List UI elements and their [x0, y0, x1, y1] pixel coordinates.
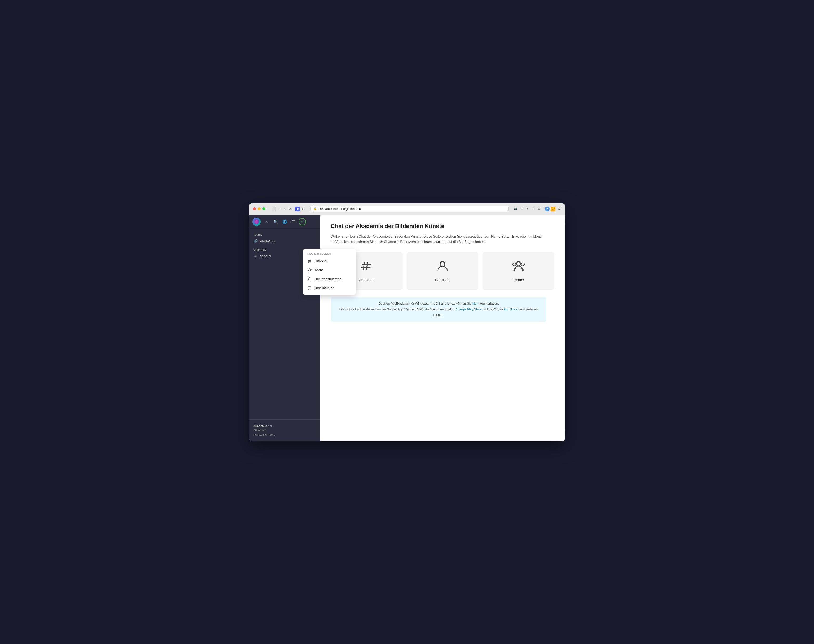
- close-button[interactable]: [253, 207, 256, 210]
- description-line2: Im Verzeichnisse können Sie nach Channel…: [331, 240, 486, 244]
- team-group-icon: [307, 268, 312, 273]
- lock-icon: 🔒: [313, 207, 317, 210]
- svg-point-13: [310, 269, 311, 270]
- info-banner: Desktop Applikationen für Windows, macOS…: [331, 297, 546, 322]
- extension-discord-icon: ◉: [295, 207, 300, 211]
- extension-clock-icon: ⏱: [301, 207, 306, 211]
- download-icon: ⬇: [525, 207, 530, 211]
- channel-hash-icon: #: [253, 254, 258, 258]
- sort-nav-icon[interactable]: ☰: [290, 218, 297, 225]
- sidebar-header: 🟣 ⌂ 🔍 🌐 ☰ ✏: [249, 215, 320, 229]
- minimize-button[interactable]: [258, 207, 261, 210]
- teams-card[interactable]: Teams: [483, 252, 554, 290]
- teams-section-label: Teams: [249, 232, 320, 238]
- sidebar: 🟣 ⌂ 🔍 🌐 ☰ ✏ Teams 🔗 Projekt XY: [249, 215, 320, 441]
- dropdown-channel-label: Channel: [315, 259, 327, 263]
- dropdown-item-dm[interactable]: Direktnachrichten: [303, 274, 356, 284]
- traffic-lights: [253, 207, 265, 210]
- benutzer-card[interactable]: Benutzer: [407, 252, 478, 290]
- svg-point-6: [521, 263, 524, 266]
- address-bar-container: 🔒: [310, 206, 509, 212]
- browser-controls: ⬜ ‹ › ⌂: [270, 206, 293, 212]
- browser-titlebar: ⬜ ‹ › ⌂ ◉ ⏱ 🔒 📷 ↻ ⬇ ＋ ⧉ ✦ 🔑 🛡: [249, 203, 565, 215]
- rocket-chat-icon: ✦: [545, 207, 550, 211]
- dropdown-item-channel[interactable]: Channel: [303, 257, 356, 266]
- benutzer-card-label: Benutzer: [435, 278, 450, 282]
- page-description: Willkommen beim Chat der Akademie der Bi…: [331, 234, 546, 245]
- svg-point-14: [308, 269, 309, 270]
- dropdown-discussion-label: Unterhaltung: [315, 286, 334, 290]
- channels-card-label: Channels: [359, 278, 374, 282]
- back-button[interactable]: ‹: [278, 206, 282, 212]
- main-content: Chat der Akademie der Bildenden Künste W…: [320, 215, 565, 441]
- footer-text: Akademie derBildendenKünste Nürnberg: [253, 424, 316, 437]
- globe-nav-icon[interactable]: 🌐: [281, 218, 288, 225]
- bitwarden-icon: 🔑: [550, 207, 555, 211]
- sidebar-nav-icons: ⌂ 🔍 🌐 ☰ ✏: [263, 218, 306, 225]
- sidebar-item-label: Projekt XY: [260, 239, 276, 243]
- channel-hash-icon: [307, 259, 312, 264]
- channels-card-icon: [360, 260, 373, 274]
- home-button[interactable]: ⌂: [288, 206, 292, 212]
- play-store-link[interactable]: Google Play Store: [456, 308, 481, 311]
- dropdown-item-discussion[interactable]: Unterhaltung: [303, 284, 356, 293]
- privacy-icon: 🛡: [556, 207, 561, 211]
- feature-cards: Channels Benutzer: [331, 252, 554, 290]
- svg-point-12: [309, 268, 310, 270]
- svg-point-15: [308, 277, 311, 280]
- app-container: 🟣 ⌂ 🔍 🌐 ☰ ✏ Teams 🔗 Projekt XY: [249, 215, 565, 441]
- banner-line2: Für mobile Endgeräte verwenden Sie die A…: [336, 307, 541, 318]
- dropdown-dm-label: Direktnachrichten: [315, 277, 341, 281]
- svg-line-8: [309, 260, 309, 263]
- sidebar-item-projekt-xy[interactable]: 🔗 Projekt XY: [249, 238, 320, 244]
- duplicate-tab-icon: ⧉: [537, 207, 541, 211]
- app-logo: 🟣: [252, 218, 261, 226]
- banner-line1: Desktop Applikationen für Windows, macOS…: [336, 301, 541, 307]
- forward-button[interactable]: ›: [284, 206, 287, 212]
- svg-line-0: [363, 262, 364, 270]
- page-title: Chat der Akademie der Bildenden Künste: [331, 223, 554, 230]
- svg-point-5: [517, 262, 521, 266]
- download-link[interactable]: hier: [472, 302, 478, 305]
- add-tab-icon[interactable]: ＋: [530, 207, 535, 211]
- sidebar-item-label: general: [260, 254, 271, 258]
- dropdown-item-team[interactable]: Team: [303, 266, 356, 274]
- app-store-link[interactable]: App Store: [503, 308, 517, 311]
- svg-line-1: [366, 262, 368, 270]
- svg-point-4: [440, 262, 445, 267]
- team-icon: 🔗: [253, 239, 258, 243]
- search-nav-icon[interactable]: 🔍: [272, 218, 279, 225]
- create-dropdown: NEU ERSTELLEN Channel: [303, 249, 356, 294]
- screenshot-icon: 📷: [513, 207, 518, 211]
- dropdown-team-label: Team: [315, 268, 323, 272]
- address-input[interactable]: [319, 207, 506, 211]
- svg-point-7: [513, 263, 516, 266]
- sidebar-toggle-button[interactable]: ⬜: [270, 206, 277, 212]
- maximize-button[interactable]: [262, 207, 265, 210]
- teams-card-icon: [511, 260, 526, 274]
- description-line1: Willkommen beim Chat der Akademie der Bi…: [331, 235, 543, 238]
- home-nav-icon[interactable]: ⌂: [263, 218, 270, 225]
- reload-icon[interactable]: ↻: [519, 207, 524, 211]
- sidebar-footer: Akademie derBildendenKünste Nürnberg: [249, 419, 320, 441]
- browser-toolbar-right: 📷 ↻ ⬇ ＋ ⧉: [513, 207, 541, 211]
- teams-card-label: Teams: [513, 278, 524, 282]
- dropdown-section-label: NEU ERSTELLEN: [303, 251, 356, 257]
- benutzer-card-icon: [436, 260, 449, 274]
- dm-icon: [307, 277, 312, 282]
- compose-button[interactable]: ✏: [299, 218, 306, 225]
- discussion-icon: [307, 286, 312, 290]
- browser-extension-icons: ✦ 🔑 🛡: [545, 207, 561, 211]
- svg-line-9: [310, 260, 310, 263]
- browser-extensions: ◉ ⏱: [295, 207, 306, 211]
